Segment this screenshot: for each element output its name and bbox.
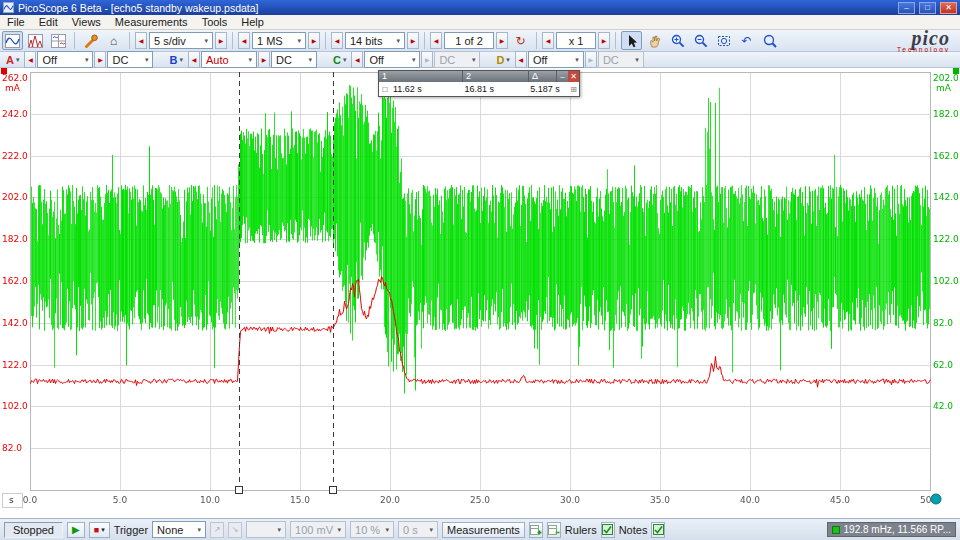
stop-icon: ■ xyxy=(94,525,99,535)
notes-toggle-button[interactable] xyxy=(651,522,665,538)
rulers-toggle-button[interactable] xyxy=(601,522,615,538)
channel-b-range-up-button[interactable]: ▶ xyxy=(258,51,270,68)
channel-b-range-value: Auto xyxy=(206,54,229,66)
right-arrow-icon: ▶ xyxy=(425,56,430,63)
channel-d-range-value: Off xyxy=(533,54,547,66)
hand-tool-button[interactable] xyxy=(644,31,665,50)
channel-b-range-down-button[interactable]: ◀ xyxy=(188,51,200,68)
left-arrow-icon: ◀ xyxy=(242,37,247,44)
channel-d-range-down-button[interactable]: ◀ xyxy=(515,51,527,68)
add-measurement-button[interactable] xyxy=(529,522,543,538)
buffer-navigator-button[interactable]: ↻ xyxy=(510,31,531,50)
frequency-readout: 192.8 mHz, 11.566 RP... xyxy=(827,522,956,537)
scope-view-button[interactable] xyxy=(2,31,23,50)
channel-a-range-select[interactable]: Off ▾ xyxy=(37,51,93,68)
channel-c-button[interactable]: C ▾ xyxy=(329,52,350,68)
buffer-next-button[interactable]: ▶ xyxy=(496,32,508,49)
menu-file[interactable]: File xyxy=(0,15,32,30)
scope-canvas[interactable] xyxy=(0,68,960,518)
menu-edit[interactable]: Edit xyxy=(32,15,65,30)
channel-c-range-down-button[interactable]: ◀ xyxy=(351,51,363,68)
picoscope-window: PicoScope 6 Beta - [echo5 standby wakeup… xyxy=(0,0,960,540)
channel-b-range-select[interactable]: Auto ▾ xyxy=(201,51,257,68)
measurements-button[interactable]: Measurements xyxy=(442,522,525,538)
timebase-decrease-button[interactable]: ◀ xyxy=(135,32,147,49)
left-arrow-icon: ◀ xyxy=(192,56,197,63)
delete-measurement-button[interactable] xyxy=(547,522,561,538)
chevron-down-icon: ▾ xyxy=(278,526,282,534)
chevron-down-icon: ▾ xyxy=(635,56,639,64)
pointer-tool-button[interactable] xyxy=(621,31,642,50)
left-arrow-icon: ◀ xyxy=(519,56,524,63)
stop-capture-button[interactable]: ■ ▾ xyxy=(89,522,110,538)
spectrum-view-button[interactable] xyxy=(25,31,46,50)
timebase-increase-button[interactable]: ▶ xyxy=(215,32,227,49)
ruler-legend-header[interactable]: 1 2 Δ – ✕ xyxy=(379,71,579,82)
channel-c-range-select[interactable]: Off ▾ xyxy=(364,51,420,68)
zoom-in-icon xyxy=(671,34,685,48)
resolution-decrease-button[interactable]: ◀ xyxy=(331,32,343,49)
chevron-down-icon: ▾ xyxy=(396,37,400,45)
timebase-value: 5 s/div xyxy=(154,35,186,47)
minimize-button[interactable]: – xyxy=(898,2,915,14)
resolution-increase-button[interactable]: ▶ xyxy=(407,32,419,49)
marquee-zoom-tool-button[interactable] xyxy=(713,31,734,50)
samples-decrease-button[interactable]: ◀ xyxy=(238,32,250,49)
trigger-rising-edge-button[interactable]: ↗ xyxy=(210,522,224,538)
zoom-decrease-button[interactable]: ◀ xyxy=(542,32,554,49)
channel-b-coupling-select[interactable]: DC ▾ xyxy=(271,51,317,68)
trigger-mode-value: None xyxy=(157,524,183,536)
main-toolbar: ⌂ ◀ 5 s/div ▾ ▶ ◀ 1 MS ▾ ▶ ◀ 14 bits ▾ ▶… xyxy=(0,30,960,52)
resolution-select[interactable]: 14 bits ▾ xyxy=(345,32,405,49)
trigger-threshold-select: 100 mV ▾ xyxy=(290,521,346,538)
left-arrow-icon: ◀ xyxy=(546,37,551,44)
close-button[interactable]: ✕ xyxy=(940,2,957,14)
ruler-legend[interactable]: 1 2 Δ – ✕ □ 11.62 s 16.81 s 5.187 s ⊞ xyxy=(378,70,580,97)
channel-a-button[interactable]: A ▾ xyxy=(2,52,23,68)
channel-d-range-select[interactable]: Off ▾ xyxy=(528,51,584,68)
readout-value: 192.8 mHz, 11.566 RP... xyxy=(844,524,951,535)
channel-a-coupling-select[interactable]: DC ▾ xyxy=(107,51,153,68)
legend-grip-icon[interactable]: ⊞ xyxy=(568,85,579,94)
channel-d-letter: D xyxy=(496,54,504,66)
right-arrow-icon: ▶ xyxy=(219,37,224,44)
ruler-delta-value: 5.187 s xyxy=(528,84,568,94)
measurements-label: Measurements xyxy=(447,524,520,536)
zoom-level-indicator[interactable]: x 1 xyxy=(556,32,596,49)
zoom-out-tool-button[interactable] xyxy=(690,31,711,50)
undo-zoom-button[interactable]: ↶ xyxy=(736,31,757,50)
add-view-button[interactable] xyxy=(48,31,69,50)
maximize-button[interactable]: □ xyxy=(919,2,936,14)
samples-select[interactable]: 1 MS ▾ xyxy=(252,32,306,49)
channel-b-button[interactable]: B ▾ xyxy=(165,52,186,68)
chevron-down-icon: ▾ xyxy=(308,56,312,64)
titlebar[interactable]: PicoScope 6 Beta - [echo5 standby wakeup… xyxy=(0,0,960,15)
chevron-down-icon: ▾ xyxy=(248,56,252,64)
zoom-full-button[interactable] xyxy=(759,31,780,50)
left-arrow-icon: ◀ xyxy=(434,37,439,44)
zoom-increase-button[interactable]: ▶ xyxy=(598,32,610,49)
channel-d-range-up-button[interactable]: ▶ xyxy=(585,51,597,68)
menu-measurements[interactable]: Measurements xyxy=(108,15,195,30)
ruler-legend-values: □ 11.62 s 16.81 s 5.187 s ⊞ xyxy=(379,82,579,96)
start-capture-button[interactable]: ▶ xyxy=(67,522,85,538)
menu-tools[interactable]: Tools xyxy=(195,15,235,30)
samples-increase-button[interactable]: ▶ xyxy=(308,32,320,49)
trigger-falling-edge-button[interactable]: ↘ xyxy=(228,522,242,538)
channel-a-range-up-button[interactable]: ▶ xyxy=(94,51,106,68)
menu-help[interactable]: Help xyxy=(234,15,271,30)
home-button[interactable]: ⌂ xyxy=(103,31,124,50)
pointer-icon xyxy=(625,34,639,48)
connect-device-button[interactable] xyxy=(80,31,101,50)
legend-close-button[interactable]: ✕ xyxy=(568,71,579,82)
zoom-in-tool-button[interactable] xyxy=(667,31,688,50)
trigger-mode-select[interactable]: None ▾ xyxy=(152,521,206,538)
channel-a-range-down-button[interactable]: ◀ xyxy=(24,51,36,68)
channel-d-button[interactable]: D ▾ xyxy=(492,52,513,68)
legend-minimize-button[interactable]: – xyxy=(557,71,568,82)
channel-c-range-up-button[interactable]: ▶ xyxy=(421,51,433,68)
timebase-select[interactable]: 5 s/div ▾ xyxy=(149,32,213,49)
buffer-previous-button[interactable]: ◀ xyxy=(430,32,442,49)
menu-views[interactable]: Views xyxy=(65,15,108,30)
legend-drag-handle-icon[interactable]: □ xyxy=(379,85,391,94)
